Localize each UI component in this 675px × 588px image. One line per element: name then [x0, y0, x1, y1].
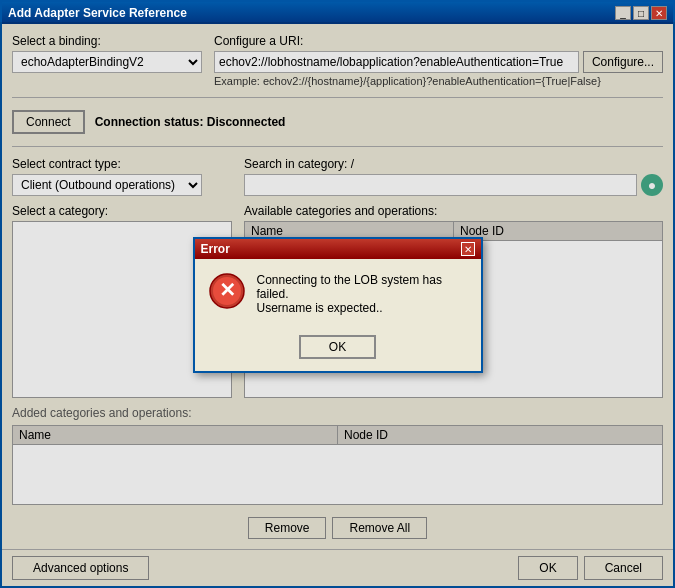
error-icon: ✕: [209, 273, 245, 309]
error-dialog: Error ✕ ✕ Connecting to the LOB system h…: [193, 237, 483, 373]
error-modal-backdrop: Error ✕ ✕ Connecting to the LOB system h…: [0, 22, 675, 588]
error-body: ✕ Connecting to the LOB system has faile…: [195, 259, 481, 329]
minimize-button[interactable]: _: [615, 6, 631, 20]
error-ok-button[interactable]: OK: [299, 335, 376, 359]
error-message-line1: Connecting to the LOB system has failed.: [257, 273, 467, 301]
error-close-button[interactable]: ✕: [461, 242, 475, 256]
error-title-bar: Error ✕: [195, 239, 481, 259]
title-bar-buttons: _ □ ✕: [615, 6, 667, 20]
error-message-line2: Username is expected..: [257, 301, 467, 315]
svg-text:✕: ✕: [218, 279, 235, 301]
error-message: Connecting to the LOB system has failed.…: [257, 273, 467, 315]
maximize-button[interactable]: □: [633, 6, 649, 20]
error-footer: OK: [195, 329, 481, 371]
window-title: Add Adapter Service Reference: [8, 6, 187, 20]
window-close-button[interactable]: ✕: [651, 6, 667, 20]
title-bar: Add Adapter Service Reference _ □ ✕: [2, 2, 673, 24]
error-title: Error: [201, 242, 230, 256]
